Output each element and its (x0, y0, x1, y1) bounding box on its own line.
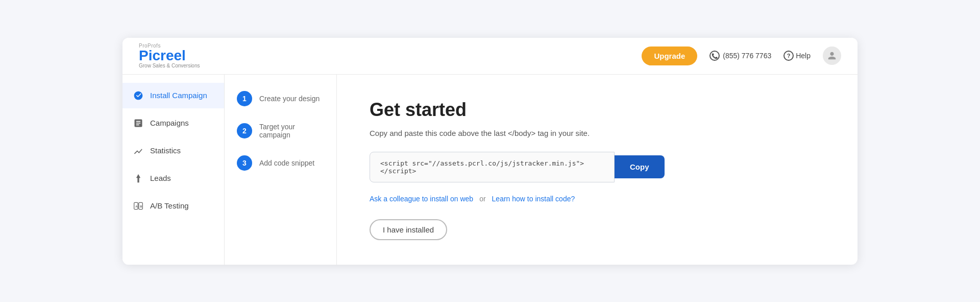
header-right: Upgrade 📞 (855) 776 7763 ? Help (642, 47, 841, 65)
sidebar-label-install-campaign: Install Campaign (150, 91, 207, 100)
help-label: Help (796, 52, 811, 60)
step-1[interactable]: 1 Create your design (237, 91, 324, 106)
sidebar-item-install-campaign[interactable]: Install Campaign (122, 83, 224, 108)
step-3[interactable]: 3 Add code snippet (237, 155, 324, 171)
help-link[interactable]: ? Help (783, 51, 811, 61)
sidebar-label-leads: Leads (150, 174, 171, 182)
campaigns-icon (133, 118, 144, 129)
sidebar-item-campaigns[interactable]: Campaigns (122, 110, 224, 136)
logo-tagline: Grow Sales & Conversions (139, 63, 200, 68)
header: ProProfs Picreel Grow Sales & Conversion… (122, 38, 857, 75)
main-content: Get started Copy and paste this code abo… (337, 75, 857, 265)
statistics-icon (133, 145, 144, 156)
svg-text:A: A (135, 204, 138, 207)
step-3-label: Add code snippet (259, 159, 314, 167)
sidebar-item-statistics[interactable]: Statistics (122, 138, 224, 164)
learn-how-link[interactable]: Learn how to install code? (492, 195, 575, 203)
phone-contact: 📞 (855) 776 7763 (709, 51, 771, 61)
install-campaign-icon (133, 90, 144, 101)
sidebar-item-leads[interactable]: Leads (122, 166, 224, 191)
help-icon: ? (783, 51, 794, 61)
code-snippet-row: <script src="//assets.pcrl.co/js/jstrack… (370, 152, 825, 182)
step-1-label: Create your design (259, 95, 320, 103)
sidebar: Install Campaign Campaigns Statistics (122, 75, 225, 265)
or-separator: or (479, 195, 485, 203)
leads-icon (133, 173, 144, 184)
sidebar-label-statistics: Statistics (150, 146, 181, 155)
ab-testing-icon: A B (133, 200, 144, 212)
step-1-circle: 1 (237, 91, 252, 106)
svg-text:B: B (140, 204, 142, 207)
logo-picreel: Picreel (139, 49, 200, 63)
step-2-label: Target your campaign (259, 123, 324, 139)
phone-icon: 📞 (709, 51, 720, 61)
user-avatar[interactable] (823, 47, 841, 65)
upgrade-button[interactable]: Upgrade (642, 47, 697, 65)
step-2-circle: 2 (237, 123, 252, 138)
step-3-circle: 3 (237, 155, 252, 171)
logo: ProProfs Picreel Grow Sales & Conversion… (139, 43, 200, 68)
stepper-panel: 1 Create your design 2 Target your campa… (225, 75, 337, 265)
sidebar-label-campaigns: Campaigns (150, 119, 189, 127)
page-title: Get started (370, 99, 825, 121)
code-snippet-display: <script src="//assets.pcrl.co/js/jstrack… (370, 152, 615, 182)
body: Install Campaign Campaigns Statistics (122, 75, 857, 265)
copy-button[interactable]: Copy (615, 155, 665, 178)
phone-number: (855) 776 7763 (723, 52, 771, 60)
ask-colleague-link[interactable]: Ask a colleague to install on web (370, 195, 473, 203)
step-2[interactable]: 2 Target your campaign (237, 123, 324, 139)
sidebar-item-ab-testing[interactable]: A B A/B Testing (122, 193, 224, 219)
sidebar-label-ab-testing: A/B Testing (150, 201, 189, 210)
i-have-installed-button[interactable]: I have installed (370, 219, 447, 240)
install-links: Ask a colleague to install on web or Lea… (370, 195, 825, 203)
page-description: Copy and paste this code above the last … (370, 129, 825, 137)
